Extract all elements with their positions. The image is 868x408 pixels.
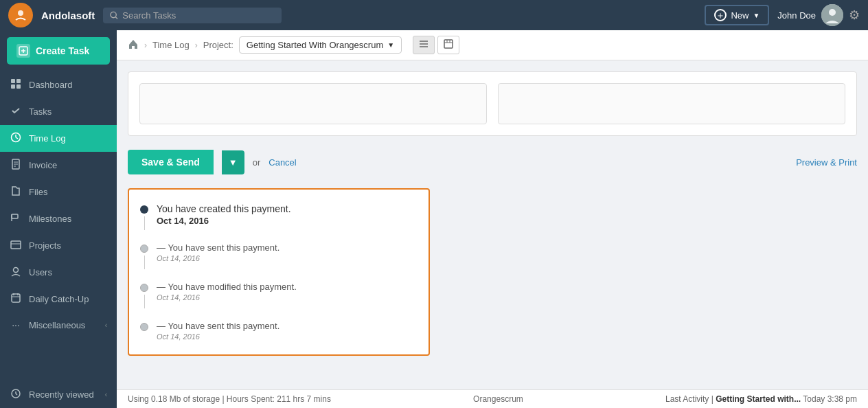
settings-icon[interactable]: ⚙	[849, 8, 860, 23]
create-task-icon	[16, 44, 30, 58]
sidebar-label: Projects	[29, 240, 61, 251]
timeline-line	[144, 216, 145, 230]
svg-point-2	[111, 12, 116, 17]
sidebar-label: Milestones	[29, 214, 71, 224]
search-input[interactable]	[122, 10, 275, 21]
svg-point-1	[18, 10, 23, 16]
timeline-dot-wrap	[140, 242, 148, 269]
sidebar-label: Users	[29, 267, 52, 277]
save-send-dropdown[interactable]: ▼	[222, 150, 244, 174]
save-send-button[interactable]: Save & Send	[128, 150, 214, 174]
timeline-sub-text: Oct 14, 2016	[157, 216, 412, 226]
brand-name: Andolasoft	[41, 10, 95, 21]
action-row: Save & Send ▼ or Cancel Preview & Print	[128, 144, 857, 180]
users-icon	[10, 266, 22, 279]
cancel-button[interactable]: Cancel	[269, 157, 296, 168]
projects-icon	[10, 239, 22, 252]
sidebar-item-miscellaneous[interactable]: ··· Miscellaneous ‹	[0, 313, 117, 337]
dashboard-icon	[10, 78, 22, 91]
sidebar-label: Tasks	[29, 106, 52, 117]
calendar-view-button[interactable]	[437, 36, 459, 54]
plus-circle-icon: ＋	[714, 9, 727, 21]
svg-line-3	[116, 16, 118, 19]
svg-rect-10	[16, 79, 21, 83]
timeline-main-text: You have created this payment.	[157, 203, 412, 214]
footer-activity: Last Activity | Getting Started with... …	[665, 394, 857, 404]
timeline-card: You have created this payment. Oct 14, 2…	[128, 188, 430, 356]
footer-activity-time: Today 3:38 pm	[803, 394, 857, 404]
preview-print-button[interactable]: Preview & Print	[796, 157, 857, 168]
chevron-left-icon: ‹	[105, 321, 107, 329]
project-label: Project:	[203, 40, 233, 50]
timeline-entry-3: — You have sent this payment. Oct 14, 20…	[140, 321, 412, 341]
sidebar-label: Invoice	[29, 160, 57, 170]
view-toggles	[413, 36, 459, 54]
timeline-dot-secondary	[140, 323, 148, 331]
new-button[interactable]: ＋ New ▼	[705, 5, 769, 25]
footer-storage: Using 0.18 Mb of storage | Hours Spent: …	[128, 394, 331, 404]
project-selector[interactable]: Getting Started With Orangescrum ▼	[239, 36, 402, 54]
sidebar-item-projects[interactable]: Projects	[0, 232, 117, 259]
form-field-left[interactable]	[139, 83, 487, 124]
sidebar-item-files[interactable]: Files	[0, 179, 117, 205]
svg-point-24	[14, 268, 19, 273]
sidebar-label: Time Log	[29, 133, 66, 144]
new-label: New	[731, 10, 749, 21]
sidebar-item-users[interactable]: Users	[0, 259, 117, 286]
create-task-button[interactable]: Create Task	[7, 37, 110, 65]
recently-viewed-label: Recently viewed	[29, 389, 94, 400]
home-icon[interactable]	[128, 38, 139, 52]
sidebar-item-timelog[interactable]: Time Log	[0, 125, 117, 152]
timeline-dash-text: — You have sent this payment.	[157, 321, 412, 331]
svg-rect-11	[11, 84, 15, 89]
timeline-dot-wrap	[140, 321, 148, 331]
or-text: or	[253, 157, 261, 168]
recently-viewed-left: Recently viewed	[10, 388, 94, 401]
svg-line-15	[16, 137, 18, 139]
svg-rect-12	[16, 84, 21, 89]
tasks-icon	[10, 105, 22, 118]
timelog-icon	[10, 132, 22, 145]
svg-rect-9	[11, 79, 15, 83]
sidebar-item-tasks[interactable]: Tasks	[0, 98, 117, 125]
timeline-date: Oct 14, 2016	[157, 332, 412, 341]
footer-activity-label: Last Activity |	[665, 394, 713, 404]
timeline-dot-secondary	[140, 284, 148, 292]
sidebar-item-daily-catchup[interactable]: Daily Catch-Up	[0, 286, 117, 313]
svg-rect-20	[12, 214, 18, 218]
svg-point-5	[829, 9, 836, 16]
user-name: John Doe	[777, 10, 816, 21]
files-icon	[10, 185, 22, 199]
chevron-down-icon: ▼	[753, 12, 760, 19]
chevron-down-icon: ▼	[387, 41, 394, 49]
misc-left: ··· Miscellaneous	[10, 319, 85, 330]
breadcrumb-timelog[interactable]: Time Log	[152, 40, 190, 50]
brand-logo	[8, 3, 33, 27]
timeline-content: — You have sent this payment. Oct 14, 20…	[157, 242, 412, 262]
search-box[interactable]	[103, 8, 282, 23]
svg-rect-22	[11, 241, 21, 249]
sidebar-item-invoice[interactable]: Invoice	[0, 152, 117, 179]
sidebar-item-milestones[interactable]: Milestones	[0, 205, 117, 232]
list-view-button[interactable]	[413, 36, 435, 54]
sidebar-bottom: Recently viewed ‹	[0, 381, 117, 408]
sidebar-item-recently-viewed[interactable]: Recently viewed ‹	[0, 381, 117, 408]
form-field-right[interactable]	[498, 83, 845, 124]
timeline-content: You have created this payment. Oct 14, 2…	[157, 203, 412, 226]
svg-rect-25	[12, 294, 20, 302]
sidebar-item-dashboard[interactable]: Dashboard	[0, 71, 117, 98]
footer: Using 0.18 Mb of storage | Hours Spent: …	[117, 389, 868, 408]
timeline-content: — You have modified this payment. Oct 14…	[157, 282, 412, 302]
search-icon	[110, 11, 118, 20]
main-content: › Time Log › Project: Getting Started Wi…	[117, 30, 868, 408]
sidebar-label: Miscellaneous	[29, 320, 85, 330]
timeline-entry-2: — You have modified this payment. Oct 14…	[140, 282, 412, 308]
milestones-icon	[10, 212, 22, 225]
chevron-left-icon: ‹	[105, 391, 107, 398]
timeline-dash-text: — You have sent this payment.	[157, 242, 412, 253]
project-name: Getting Started With Orangescrum	[247, 40, 383, 50]
timeline-dash-text: — You have modified this payment.	[157, 282, 412, 292]
daily-catchup-icon	[10, 293, 22, 306]
svg-rect-35	[444, 40, 453, 48]
timeline-line	[144, 295, 145, 308]
